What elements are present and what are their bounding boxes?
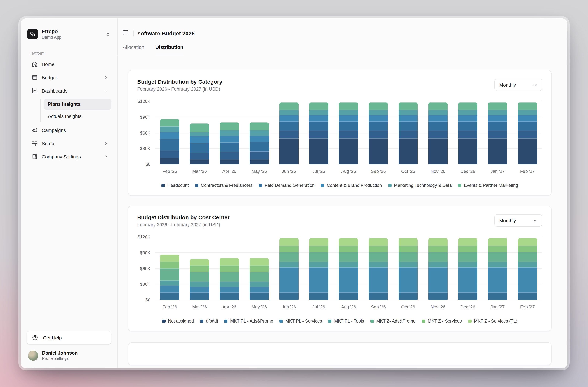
bar-jan-27[interactable] <box>488 102 507 164</box>
sidebar-item-setup[interactable]: Setup <box>26 137 111 149</box>
bar-segment[interactable] <box>518 292 537 300</box>
bar-mar-26[interactable] <box>190 123 209 164</box>
bar-segment[interactable] <box>190 143 209 153</box>
bar-segment[interactable] <box>160 132 179 139</box>
bar-segment[interactable] <box>428 138 447 164</box>
bar-segment[interactable] <box>190 287 209 292</box>
sidebar-subitem-plans-insights[interactable]: Plans Insights <box>44 99 111 110</box>
bar-segment[interactable] <box>369 267 388 292</box>
bar-segment[interactable] <box>399 110 418 115</box>
sidebar-item-dashboards[interactable]: Dashboards <box>26 85 111 97</box>
bar-segment[interactable] <box>518 262 537 267</box>
bar-segment[interactable] <box>250 287 269 292</box>
bar-segment[interactable] <box>428 121 447 131</box>
bar-segment[interactable] <box>428 246 447 252</box>
bar-segment[interactable] <box>518 115 537 121</box>
bar-segment[interactable] <box>250 142 269 151</box>
bar-segment[interactable] <box>279 238 299 246</box>
bar-segment[interactable] <box>279 292 299 300</box>
bar-segment[interactable] <box>428 110 447 115</box>
bar-segment[interactable] <box>458 238 477 246</box>
bar-segment[interactable] <box>488 267 507 292</box>
bar-segment[interactable] <box>250 160 269 164</box>
bar-segment[interactable] <box>220 272 239 282</box>
bar-jun-26[interactable] <box>279 102 299 164</box>
bar-segment[interactable] <box>309 238 328 246</box>
bar-segment[interactable] <box>488 292 507 300</box>
bar-segment[interactable] <box>160 268 179 281</box>
bar-segment[interactable] <box>428 267 447 292</box>
bar-segment[interactable] <box>488 115 507 121</box>
bar-feb-26[interactable] <box>160 119 179 164</box>
legend-item[interactable]: MKT PL - Tools <box>328 318 364 324</box>
bar-segment[interactable] <box>190 272 209 282</box>
bar-segment[interactable] <box>309 267 328 292</box>
bar-segment[interactable] <box>399 267 418 292</box>
bar-segment[interactable] <box>279 102 299 110</box>
bar-segment[interactable] <box>518 110 537 115</box>
bar-sep-26[interactable] <box>369 102 388 164</box>
user-profile[interactable]: Daniel Johnson Profile settings <box>28 350 110 361</box>
bar-segment[interactable] <box>279 131 299 138</box>
legend-item[interactable]: dfsddf <box>200 318 218 324</box>
bar-segment[interactable] <box>220 258 239 265</box>
bar-oct-26[interactable] <box>399 238 418 300</box>
bar-segment[interactable] <box>369 102 388 110</box>
bar-segment[interactable] <box>458 252 477 262</box>
bar-segment[interactable] <box>339 131 358 138</box>
bar-segment[interactable] <box>309 246 328 252</box>
bar-apr-26[interactable] <box>220 258 239 300</box>
bar-segment[interactable] <box>458 138 477 164</box>
bar-segment[interactable] <box>220 160 239 164</box>
tab-distribution[interactable]: Distribution <box>155 45 184 55</box>
bar-segment[interactable] <box>339 246 358 252</box>
bar-segment[interactable] <box>279 110 299 115</box>
bar-segment[interactable] <box>399 262 418 267</box>
bar-segment[interactable] <box>160 262 179 268</box>
bar-segment[interactable] <box>190 153 209 160</box>
bar-segment[interactable] <box>399 121 418 131</box>
bar-segment[interactable] <box>190 132 209 136</box>
bar-segment[interactable] <box>458 292 477 300</box>
bar-segment[interactable] <box>428 115 447 121</box>
bar-segment[interactable] <box>160 255 179 262</box>
bar-segment[interactable] <box>399 138 418 164</box>
bar-segment[interactable] <box>369 252 388 262</box>
bar-segment[interactable] <box>250 292 269 300</box>
sidebar-item-campaigns[interactable]: Campaigns <box>26 124 111 136</box>
chevrons-up-down-icon[interactable] <box>105 32 111 37</box>
bar-segment[interactable] <box>309 252 328 262</box>
bar-segment[interactable] <box>458 131 477 138</box>
bar-segment[interactable] <box>488 131 507 138</box>
sidebar-subitem-actuals-insights[interactable]: Actuals Insights <box>44 111 111 122</box>
bar-segment[interactable] <box>428 238 447 246</box>
bar-segment[interactable] <box>160 127 179 132</box>
bar-segment[interactable] <box>428 252 447 262</box>
bar-segment[interactable] <box>190 259 209 265</box>
bar-segment[interactable] <box>458 262 477 267</box>
bar-segment[interactable] <box>339 262 358 267</box>
legend-item[interactable]: Content & Brand Production <box>321 183 382 188</box>
bar-segment[interactable] <box>339 102 358 110</box>
bar-segment[interactable] <box>220 142 239 152</box>
bar-segment[interactable] <box>399 102 418 110</box>
bar-segment[interactable] <box>279 262 299 267</box>
bar-segment[interactable] <box>309 121 328 131</box>
legend-item[interactable]: Paid Demand Generation <box>259 183 315 188</box>
bar-segment[interactable] <box>250 258 269 265</box>
bar-segment[interactable] <box>399 292 418 300</box>
bar-segment[interactable] <box>309 102 328 110</box>
bar-segment[interactable] <box>160 158 179 164</box>
bar-segment[interactable] <box>399 115 418 121</box>
bar-segment[interactable] <box>250 265 269 272</box>
bar-segment[interactable] <box>369 115 388 121</box>
bar-segment[interactable] <box>250 282 269 287</box>
bar-segment[interactable] <box>309 131 328 138</box>
bar-segment[interactable] <box>220 152 239 160</box>
bar-segment[interactable] <box>279 252 299 262</box>
bar-segment[interactable] <box>369 292 388 300</box>
bar-segment[interactable] <box>250 151 269 160</box>
bar-segment[interactable] <box>369 138 388 164</box>
bar-segment[interactable] <box>518 238 537 246</box>
bar-segment[interactable] <box>488 102 507 110</box>
